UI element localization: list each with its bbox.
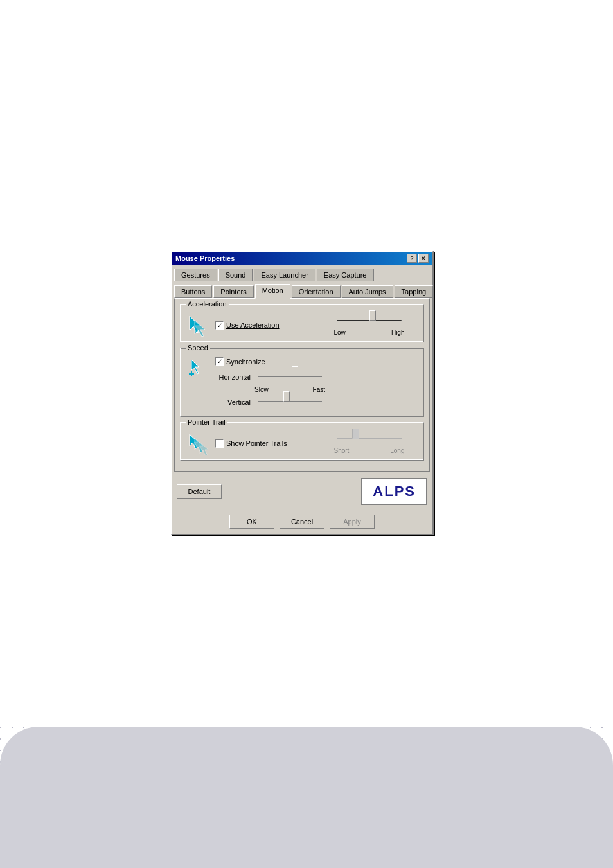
tab-pointers[interactable]: Pointers (213, 285, 253, 298)
speed-row: ✓ Synchronize Horizontal Slow (186, 357, 418, 411)
pointer-trail-label: Pointer Trail (186, 418, 227, 426)
tab-orientation[interactable]: Orientation (292, 285, 341, 298)
close-button[interactable]: ✕ (418, 254, 429, 263)
tab-auto-jumps[interactable]: Auto Jumps (342, 285, 393, 298)
bottom-area: Default ALPS (172, 474, 432, 509)
tab-gestures[interactable]: Gestures (174, 269, 217, 281)
alps-logo: ALPS (361, 478, 427, 505)
dialog-title: Mouse Properties (175, 254, 235, 262)
vertical-slider-row: Vertical (215, 396, 418, 409)
pointer-trail-group: Pointer Trail Show Pointer Trails (180, 422, 424, 461)
vertical-slider[interactable] (254, 396, 325, 409)
tab-tapping[interactable]: Tapping (395, 285, 434, 298)
trail-slider (334, 433, 405, 446)
tab-easy-capture[interactable]: Easy Capture (317, 269, 374, 281)
acceleration-row: ✓ Use Acceleration Low High (186, 314, 418, 337)
vertical-label: Vertical (215, 398, 251, 406)
acceleration-slider-section: Low High (320, 315, 418, 336)
speed-label: Speed (186, 344, 210, 351)
title-bar-buttons: ? ✕ (407, 254, 429, 263)
show-trails-row: Show Pointer Trails (215, 439, 314, 448)
acceleration-slider-thumb[interactable] (369, 310, 376, 321)
help-button[interactable]: ? (407, 254, 417, 263)
horizontal-slider-row: Horizontal (215, 371, 418, 384)
tab-motion[interactable]: Motion (255, 284, 290, 299)
acceleration-icon (186, 314, 209, 337)
use-acceleration-label: Use Acceleration (226, 321, 280, 329)
acceleration-group: Acceleration ✓ Use Acceleration (180, 304, 424, 342)
acceleration-slider-labels: Low High (334, 329, 405, 336)
tab-sound[interactable]: Sound (218, 269, 253, 281)
cancel-button[interactable]: Cancel (280, 515, 324, 529)
mouse-properties-dialog: Mouse Properties ? ✕ Gestures Sound Easy… (170, 251, 434, 535)
svg-marker-1 (195, 320, 205, 337)
action-row: OK Cancel Apply (172, 509, 432, 534)
tab-buttons[interactable]: Buttons (174, 285, 212, 298)
horizontal-label: Horizontal (215, 373, 251, 381)
synchronize-checkbox[interactable]: ✓ (215, 357, 224, 366)
trail-slider-labels: Short Long (334, 447, 405, 454)
trail-slider-section: Short Long (320, 433, 418, 454)
apply-button[interactable]: Apply (330, 515, 375, 529)
default-button[interactable]: Default (177, 484, 222, 499)
speed-icon (186, 357, 209, 385)
horizontal-slider-thumb[interactable] (292, 366, 298, 376)
acceleration-label: Acceleration (186, 300, 229, 308)
trail-slider-thumb (352, 429, 359, 439)
synchronize-row: ✓ Synchronize (215, 357, 418, 366)
trail-icon (186, 432, 209, 455)
show-trails-checkbox[interactable] (215, 439, 224, 448)
title-bar: Mouse Properties ? ✕ (172, 252, 432, 265)
horizontal-slider[interactable] (254, 371, 325, 384)
use-acceleration-checkbox-row: ✓ Use Acceleration (215, 321, 314, 330)
tabs-row-1: Gestures Sound Easy Launcher Easy Captur… (172, 265, 432, 281)
hspeed-labels: Slow Fast (254, 386, 325, 393)
tabs-row-2: Buttons Pointers Motion Orientation Auto… (172, 281, 432, 298)
speed-controls: ✓ Synchronize Horizontal Slow (215, 357, 418, 411)
trail-row: Show Pointer Trails Short Long (186, 432, 418, 455)
synchronize-label: Synchronize (226, 358, 265, 366)
speed-group: Speed ✓ Synchronize (180, 348, 424, 417)
svg-marker-7 (200, 442, 208, 455)
ok-button[interactable]: OK (229, 515, 274, 529)
vertical-slider-thumb[interactable] (283, 391, 290, 402)
motion-tab-content: Acceleration ✓ Use Acceleration (174, 298, 430, 472)
svg-marker-2 (191, 360, 199, 374)
use-acceleration-checkbox[interactable]: ✓ (215, 321, 224, 330)
acceleration-slider[interactable] (334, 315, 405, 328)
show-trails-label: Show Pointer Trails (226, 439, 287, 447)
tab-easy-launcher[interactable]: Easy Launcher (254, 269, 315, 281)
